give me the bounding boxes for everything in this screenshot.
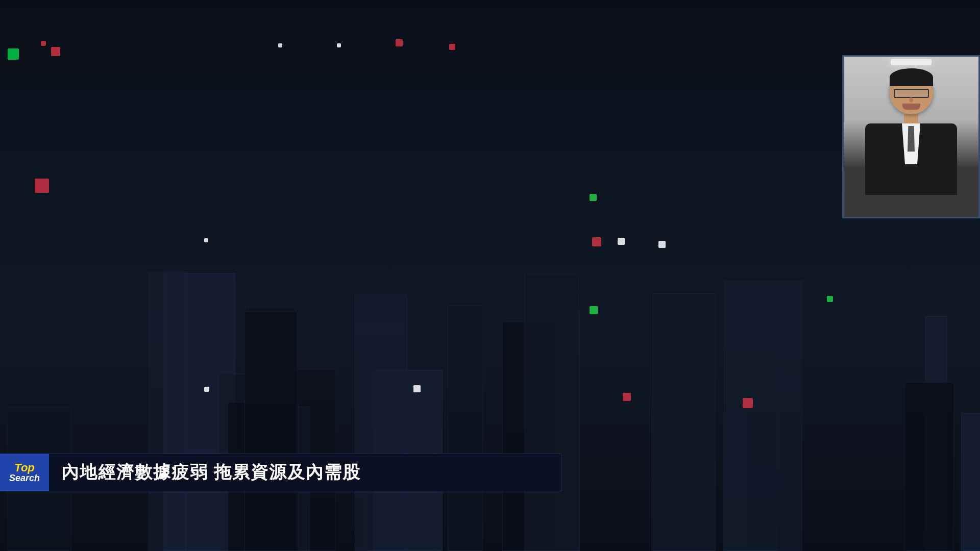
deco-square bbox=[204, 387, 209, 392]
presenter-container bbox=[844, 57, 978, 217]
ticker-content: 內地經濟數據疲弱 拖累資源及內需股 bbox=[49, 454, 561, 491]
deco-square bbox=[592, 237, 601, 246]
presenter-tie bbox=[908, 126, 915, 152]
deco-square bbox=[51, 47, 60, 56]
ticker-text: 內地經濟數據疲弱 拖累資源及內需股 bbox=[61, 461, 361, 484]
presenter-glasses bbox=[894, 89, 929, 98]
deco-square bbox=[413, 385, 421, 392]
presenter-head bbox=[890, 71, 933, 114]
deco-square bbox=[396, 39, 403, 46]
ticker-logo-top: Top bbox=[14, 462, 35, 473]
deco-square bbox=[449, 44, 455, 50]
deco-square bbox=[590, 194, 597, 201]
presenter-mouth bbox=[902, 104, 920, 110]
deco-square bbox=[41, 41, 46, 46]
ticker-logo: Top Search bbox=[0, 454, 49, 491]
presenter-neck bbox=[904, 114, 918, 123]
deco-square bbox=[743, 398, 753, 408]
ticker-bar: Top Search 內地經濟數據疲弱 拖累資源及內需股 bbox=[0, 454, 561, 491]
presenter-nose bbox=[909, 97, 913, 103]
deco-square bbox=[35, 179, 49, 193]
deco-square bbox=[204, 238, 208, 242]
deco-square bbox=[623, 393, 631, 401]
ticker-logo-bottom: Search bbox=[9, 473, 40, 483]
ticker-logo-inner: Top Search bbox=[9, 462, 40, 483]
deco-square bbox=[827, 296, 833, 302]
webcam-panel bbox=[842, 55, 980, 218]
deco-square bbox=[658, 241, 666, 248]
presenter-hair bbox=[890, 68, 933, 86]
deco-square bbox=[8, 48, 19, 60]
deco-square bbox=[590, 306, 598, 314]
presenter-body bbox=[865, 123, 957, 195]
deco-square bbox=[278, 43, 282, 47]
deco-square bbox=[337, 43, 341, 47]
deco-square bbox=[618, 238, 625, 245]
